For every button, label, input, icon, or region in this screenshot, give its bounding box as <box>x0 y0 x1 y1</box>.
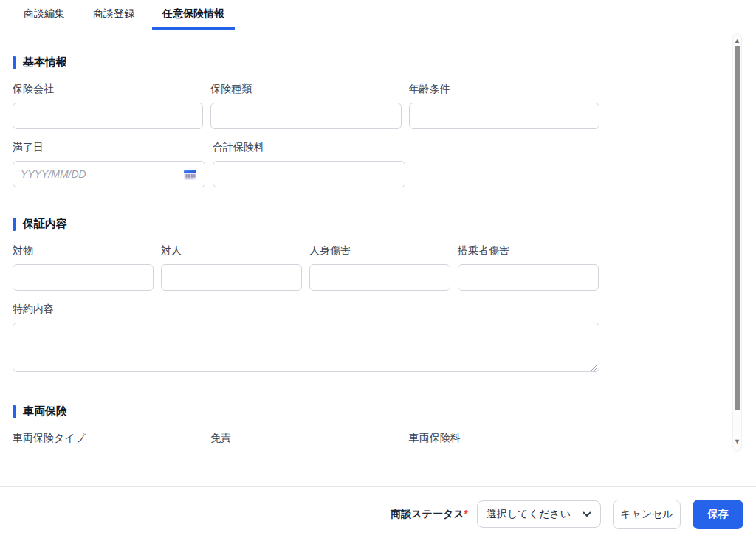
insurance-type-label: 保険種類 <box>210 83 401 96</box>
vehicle-insurance-type-label: 車両保険タイプ <box>13 432 203 445</box>
property-damage-label: 対物 <box>13 244 154 258</box>
section-accent-bar <box>13 405 16 418</box>
insurance-form-page: 商談編集 商談登録 任意保険情報 基本情報 保険会社 保険種類 年 <box>0 0 756 541</box>
personal-injury-input[interactable] <box>309 264 450 291</box>
tab-deal-edit[interactable]: 商談編集 <box>13 0 75 30</box>
liability-label: 対人 <box>161 244 302 258</box>
section-coverage: 保証内容 <box>13 217 599 231</box>
section-basic-info: 基本情報 <box>13 55 599 69</box>
tab-deal-register[interactable]: 商談登録 <box>83 0 145 30</box>
liability-input[interactable] <box>161 264 302 291</box>
property-damage-input[interactable] <box>13 264 154 291</box>
scroll-down-arrow-icon[interactable]: ▼ <box>733 438 741 445</box>
expiry-date-input[interactable] <box>21 168 183 180</box>
status-label-text: 商談ステータス <box>391 508 464 520</box>
section-accent-bar <box>13 56 16 69</box>
vertical-scrollbar[interactable]: ▲ ▼ <box>732 33 742 452</box>
resize-handle-icon[interactable] <box>590 364 597 371</box>
status-label: 商談ステータス* <box>391 508 468 521</box>
insurance-type-input[interactable] <box>210 103 401 129</box>
expiry-date-label: 満了日 <box>13 141 205 154</box>
footer-action-bar: 商談ステータス* 選択してください キャンセル 保存 <box>0 486 756 541</box>
section-coverage-title: 保証内容 <box>23 217 67 231</box>
insurance-company-input[interactable] <box>13 103 203 129</box>
passenger-injury-input[interactable] <box>458 264 599 291</box>
total-premium-input[interactable] <box>213 161 405 187</box>
age-condition-label: 年齢条件 <box>409 83 599 96</box>
required-asterisk: * <box>464 508 468 520</box>
age-condition-input[interactable] <box>409 103 599 129</box>
expiry-date-field <box>13 161 205 187</box>
calendar-icon[interactable] <box>183 168 197 181</box>
deductible-label: 免責 <box>210 432 401 445</box>
cancel-button[interactable]: キャンセル <box>613 500 681 529</box>
section-vehicle: 車両保険 <box>13 404 599 418</box>
scroll-up-arrow-icon[interactable]: ▲ <box>733 38 741 44</box>
chevron-down-icon <box>583 511 591 517</box>
save-button[interactable]: 保存 <box>693 500 743 529</box>
rider-details-textarea[interactable] <box>13 323 599 372</box>
tab-optional-insurance[interactable]: 任意保険情報 <box>152 0 235 30</box>
total-premium-label: 合計保険料 <box>213 141 405 154</box>
status-select[interactable]: 選択してください <box>477 500 601 528</box>
scrollbar-thumb[interactable] <box>735 46 740 410</box>
rider-details-label: 特約内容 <box>13 303 599 316</box>
form-scroll-area: 基本情報 保険会社 保険種類 年齢条件 満了日 <box>0 33 743 452</box>
vehicle-premium-label: 車両保険料 <box>409 432 599 445</box>
tab-bar: 商談編集 商談登録 任意保険情報 <box>13 0 756 30</box>
section-vehicle-title: 車両保険 <box>23 404 67 418</box>
status-select-value: 選択してください <box>487 508 571 521</box>
insurance-company-label: 保険会社 <box>13 83 203 96</box>
passenger-injury-label: 搭乗者傷害 <box>458 244 599 258</box>
section-basic-title: 基本情報 <box>23 55 67 69</box>
insurance-form: 基本情報 保険会社 保険種類 年齢条件 満了日 <box>13 33 599 452</box>
personal-injury-label: 人身傷害 <box>309 244 450 258</box>
section-accent-bar <box>13 218 16 231</box>
